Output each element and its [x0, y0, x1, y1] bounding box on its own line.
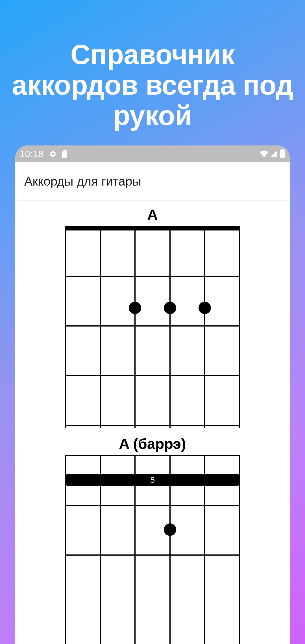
chord-name-label: A	[147, 206, 158, 223]
sd-card-icon	[62, 150, 68, 158]
string-line	[134, 226, 136, 428]
promo-headline: Справочник аккордов всегда под рукой	[0, 0, 305, 131]
barre-fret-label: 5	[150, 475, 155, 485]
string-line	[204, 226, 205, 428]
chord-list[interactable]: A A (баррэ)	[15, 201, 290, 644]
chord-item: A	[15, 203, 290, 428]
status-bar: 10:18	[15, 145, 290, 162]
fret-line	[65, 455, 240, 456]
fretboard-nut	[65, 226, 240, 230]
finger-dot	[129, 302, 141, 314]
fret-line	[65, 325, 240, 327]
app-bar: Аккорды для гитары	[15, 162, 290, 201]
fret-line	[65, 554, 240, 556]
chord-item: A (баррэ) 5	[15, 428, 290, 644]
finger-dot	[164, 523, 176, 536]
finger-dot	[199, 302, 211, 314]
chord-name-label: A (баррэ)	[119, 435, 186, 452]
string-line	[239, 226, 240, 428]
wifi-icon	[260, 150, 268, 158]
app-title: Аккорды для гитары	[24, 174, 141, 188]
fret-line	[65, 505, 240, 506]
cellular-signal-icon	[270, 151, 277, 157]
chord-diagram	[65, 226, 240, 428]
fret-line	[65, 276, 240, 277]
status-time: 10:18	[20, 149, 44, 159]
gear-icon	[49, 150, 57, 158]
battery-icon	[280, 150, 285, 158]
string-line	[65, 226, 66, 428]
finger-dot	[164, 302, 176, 314]
fret-line	[65, 375, 240, 376]
device-screenshot-frame: 10:18 Аккорды для гитары A	[15, 145, 290, 644]
fret-line	[65, 425, 240, 426]
chord-diagram: 5	[65, 455, 240, 644]
string-line	[100, 226, 101, 428]
barre-indicator: 5	[66, 474, 239, 486]
string-line	[169, 226, 171, 428]
